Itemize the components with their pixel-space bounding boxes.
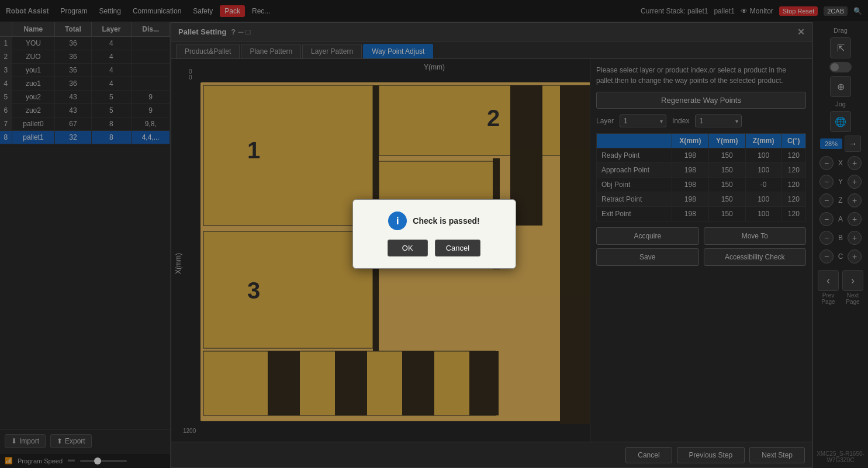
modal-message: Check is passed!	[413, 216, 479, 226]
modal-header: i Check is passed!	[388, 212, 479, 230]
modal-overlay: i Check is passed! OK Cancel	[0, 0, 868, 468]
modal-info-icon: i	[388, 212, 407, 230]
modal-buttons: OK Cancel	[388, 240, 480, 256]
modal-box: i Check is passed! OK Cancel	[352, 199, 516, 269]
modal-cancel-button[interactable]: Cancel	[435, 240, 480, 256]
modal-ok-button[interactable]: OK	[388, 240, 428, 256]
